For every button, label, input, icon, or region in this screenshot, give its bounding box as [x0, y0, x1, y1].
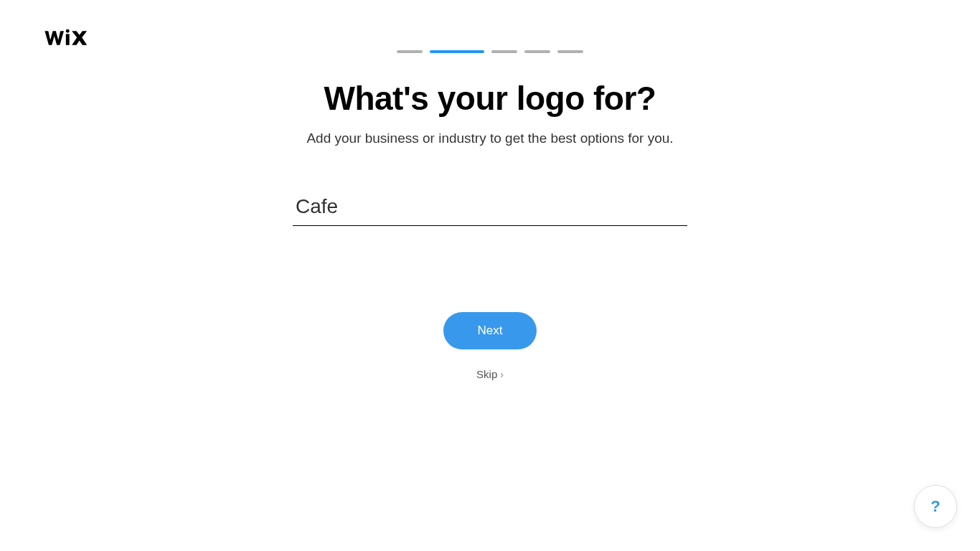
svg-rect-0	[66, 34, 70, 44]
progress-step-3	[491, 50, 517, 53]
help-button[interactable]: ?	[914, 485, 957, 528]
question-mark-icon: ?	[930, 497, 940, 516]
page-subheading: Add your business or industry to get the…	[146, 131, 834, 146]
wix-logo[interactable]	[43, 27, 95, 54]
actions-container: Next Skip ›	[146, 312, 834, 380]
progress-step-1	[397, 50, 423, 53]
page-heading: What's your logo for?	[146, 79, 834, 118]
progress-step-2	[430, 50, 484, 53]
skip-label: Skip	[476, 368, 497, 380]
svg-point-1	[66, 29, 70, 33]
progress-step-5	[557, 50, 583, 53]
progress-step-4	[524, 50, 550, 53]
business-industry-input[interactable]	[293, 189, 687, 226]
chevron-right-icon: ›	[500, 369, 504, 380]
input-container	[293, 189, 687, 226]
progress-bar	[0, 0, 980, 53]
main-content: What's your logo for? Add your business …	[146, 53, 834, 380]
skip-link[interactable]: Skip ›	[476, 368, 504, 380]
next-button[interactable]: Next	[443, 312, 537, 349]
